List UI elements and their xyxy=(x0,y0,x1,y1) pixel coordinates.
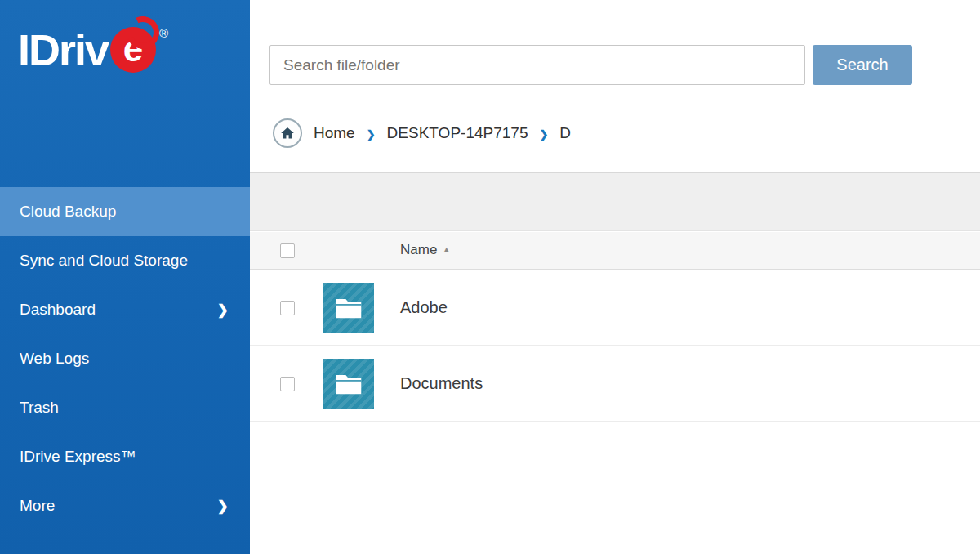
registered-mark: ® xyxy=(159,26,168,40)
sidebar-item-label: Trash xyxy=(20,399,59,417)
name-column-header[interactable]: Name ▲ xyxy=(400,242,450,258)
file-list: Adobe Documents xyxy=(250,270,980,422)
sidebar: IDriv e ® Cloud Backup Sync and Cloud St… xyxy=(0,0,250,554)
chevron-right-icon: ❯ xyxy=(217,499,229,513)
sort-asc-icon: ▲ xyxy=(443,245,450,253)
main-content: Search Home ❯ DESKTOP-14P7175 ❯ D Name ▲ xyxy=(250,0,980,554)
select-all-checkbox[interactable] xyxy=(280,243,295,258)
search-bar: Search xyxy=(270,45,912,85)
row-checkbox[interactable] xyxy=(280,301,295,315)
logo-e: e xyxy=(123,29,143,69)
sidebar-item-idrive-express[interactable]: IDrive Express™ xyxy=(0,432,250,481)
breadcrumb-separator-icon: ❯ xyxy=(367,127,376,141)
home-button[interactable] xyxy=(273,118,302,148)
logo-text: IDriv xyxy=(18,25,108,75)
sidebar-item-more[interactable]: More ❯ xyxy=(0,481,250,530)
sidebar-item-label: Web Logs xyxy=(20,350,89,368)
sidebar-item-label: Dashboard xyxy=(20,301,96,319)
row-checkbox[interactable] xyxy=(280,377,295,391)
sidebar-item-label: IDrive Express™ xyxy=(20,448,136,466)
table-header: Name ▲ xyxy=(250,232,980,270)
sidebar-item-cloud-backup[interactable]: Cloud Backup xyxy=(0,187,250,236)
file-name[interactable]: Documents xyxy=(400,346,483,422)
sidebar-item-label: More xyxy=(20,497,55,515)
idrive-logo: IDriv e ® xyxy=(18,25,168,75)
search-input[interactable] xyxy=(270,45,805,85)
file-name[interactable]: Adobe xyxy=(400,270,448,346)
sidebar-item-dashboard[interactable]: Dashboard ❯ xyxy=(0,285,250,334)
folder-icon[interactable] xyxy=(323,359,374,409)
table-row: Documents xyxy=(250,346,980,422)
sidebar-item-label: Sync and Cloud Storage xyxy=(20,252,188,270)
chevron-right-icon: ❯ xyxy=(217,303,229,317)
sidebar-item-label: Cloud Backup xyxy=(20,203,116,221)
lock-icon: e xyxy=(110,27,156,73)
table-row: Adobe xyxy=(250,270,980,346)
action-toolbar xyxy=(250,172,980,231)
sidebar-item-web-logs[interactable]: Web Logs xyxy=(0,334,250,383)
sidebar-item-trash[interactable]: Trash xyxy=(0,383,250,432)
name-column-label: Name xyxy=(400,242,437,258)
breadcrumb-item-device[interactable]: DESKTOP-14P7175 xyxy=(387,124,528,142)
breadcrumb-item-drive[interactable]: D xyxy=(559,124,571,142)
breadcrumb: Home ❯ DESKTOP-14P7175 ❯ D xyxy=(273,118,571,148)
sidebar-item-sync-and-cloud-storage[interactable]: Sync and Cloud Storage xyxy=(0,236,250,285)
sidebar-nav: Cloud Backup Sync and Cloud Storage Dash… xyxy=(0,187,250,530)
folder-icon[interactable] xyxy=(323,283,374,333)
search-button[interactable]: Search xyxy=(813,45,912,85)
breadcrumb-item-home[interactable]: Home xyxy=(314,124,355,142)
home-icon xyxy=(280,126,295,141)
breadcrumb-separator-icon: ❯ xyxy=(539,127,548,141)
